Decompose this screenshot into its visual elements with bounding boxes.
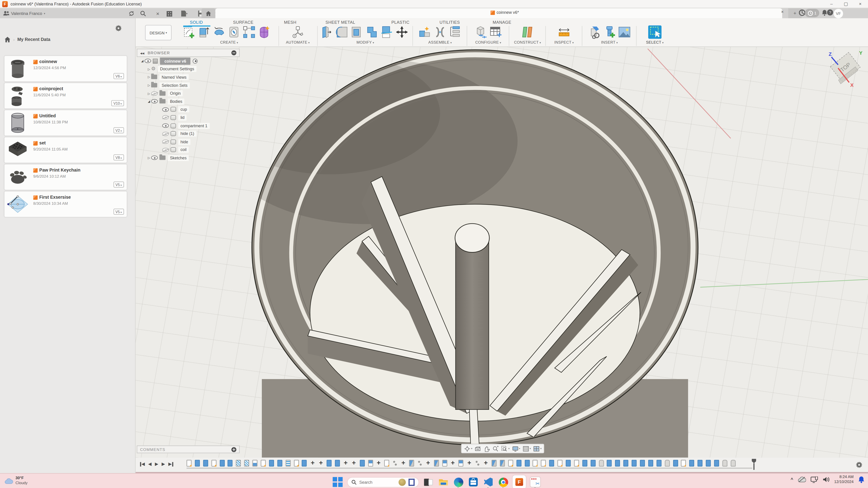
data-card-first-exsersise[interactable]: First Exsersise 8/30/2024 10:34 AM V5 — [4, 191, 127, 217]
tree-row-document-settings[interactable]: ⚙ Document Settings — [137, 65, 240, 73]
timeline-feature-extrude[interactable] — [582, 460, 587, 466]
design-menu-button[interactable]: DESIGN▾ — [145, 25, 172, 40]
timeline-feature-extrude[interactable] — [607, 460, 612, 466]
tray-chevron-up-icon[interactable]: ^ — [791, 477, 793, 482]
tree-row-root[interactable]: coinnew v6 — [137, 57, 240, 65]
clock-widget[interactable]: 8:24 AM 12/10/2024 — [834, 475, 854, 484]
expand-arrow-icon[interactable] — [140, 60, 145, 63]
home-icon[interactable] — [4, 37, 11, 43]
home-tab[interactable] — [202, 8, 215, 18]
timeline-feature-shell[interactable] — [459, 460, 464, 466]
timeline-feature-extrude[interactable] — [525, 460, 530, 466]
timeline-feature-link[interactable] — [475, 460, 480, 466]
visibility-eye-off-icon[interactable] — [162, 148, 169, 152]
fusion-taskbar-icon[interactable]: F — [513, 475, 526, 488]
timeline-feature-move[interactable] — [484, 460, 488, 466]
tab-surface[interactable]: SURFACE — [233, 20, 253, 25]
view-cube[interactable]: TOP Z X Y — [826, 48, 865, 88]
extensions-icon[interactable] — [799, 9, 805, 16]
new-document-icon[interactable]: ▾ — [180, 10, 188, 17]
timeline-feature-move[interactable] — [426, 460, 431, 466]
data-card-coinnew[interactable]: coinnew 12/3/2024 4:56 PM V6 — [4, 56, 127, 82]
timeline-feature-extrude[interactable] — [203, 460, 208, 466]
visibility-eye-icon[interactable] — [162, 107, 169, 112]
timeline-feature-extrude[interactable] — [302, 460, 307, 466]
job-status-badge[interactable]: 1 — [805, 9, 819, 17]
timeline-feature-extrude[interactable] — [632, 460, 637, 466]
visibility-eye-icon[interactable] — [162, 123, 169, 128]
visibility-eye-icon[interactable] — [145, 59, 151, 63]
add-comment-icon[interactable] — [231, 447, 236, 452]
onedrive-icon[interactable] — [798, 477, 806, 483]
joint-icon[interactable] — [433, 26, 447, 39]
version-dropdown[interactable]: V8 — [113, 154, 124, 161]
tree-row-compartment-1[interactable]: compartment 1 — [137, 122, 240, 130]
data-card-untitled[interactable]: Untitled 10/8/2024 11:38 PM V2 — [4, 110, 127, 136]
timeline-feature-extrude[interactable] — [516, 460, 521, 466]
volume-icon[interactable] — [823, 477, 830, 483]
notification-bell-icon[interactable] — [858, 476, 865, 483]
visibility-eye-icon[interactable] — [151, 156, 158, 160]
timeline-feature-extrude[interactable] — [714, 460, 719, 466]
collapsed-arrow-icon[interactable] — [147, 84, 151, 87]
viewport-canvas[interactable]: TOP Z X Y ◀◀ BROWSER coinnew v6 — [136, 47, 868, 458]
play-button[interactable]: ▶ — [155, 461, 158, 466]
select-tool-icon[interactable] — [648, 26, 661, 39]
timeline-feature-extrude[interactable] — [228, 460, 232, 466]
timeline-track[interactable] — [187, 468, 752, 469]
tab-close-icon[interactable]: × — [781, 9, 784, 14]
search-icon[interactable] — [139, 10, 147, 17]
version-dropdown[interactable]: V5 — [113, 182, 124, 188]
look-at-tool[interactable] — [474, 445, 481, 452]
timeline-feature-extrude[interactable] — [335, 460, 340, 466]
search-input[interactable]: Search — [347, 477, 419, 487]
zoom-tool[interactable] — [492, 445, 499, 452]
microsoft-store-icon[interactable] — [468, 477, 479, 488]
timeline-feature-move[interactable] — [401, 460, 406, 466]
timeline-feature-extrude[interactable] — [566, 460, 571, 466]
minimize-button[interactable]: – — [826, 0, 837, 8]
tree-row-sketches[interactable]: Sketches — [137, 154, 240, 162]
tab-mesh[interactable]: MESH — [284, 20, 297, 25]
timeline-feature-box[interactable] — [253, 460, 257, 466]
close-button[interactable]: × — [855, 0, 866, 8]
revolve-icon[interactable] — [213, 26, 226, 39]
timeline-feature-move[interactable] — [376, 460, 381, 466]
configuration-table-icon[interactable] — [489, 26, 502, 39]
timeline-feature-extrude[interactable] — [615, 460, 620, 466]
avatar[interactable]: VF — [834, 9, 843, 18]
timeline-feature-sketch[interactable] — [211, 460, 216, 466]
group-label-construct[interactable]: CONSTRUCT — [512, 40, 543, 44]
vscode-icon[interactable] — [483, 477, 494, 488]
timeline-feature-move[interactable] — [310, 460, 315, 466]
document-tab[interactable]: coinnew v6* — [215, 8, 782, 18]
expand-arrow-icon[interactable] — [147, 100, 151, 103]
insert-derive-icon[interactable] — [588, 26, 601, 39]
chrome-icon[interactable] — [498, 477, 509, 488]
timeline-feature-fillet[interactable] — [599, 460, 604, 466]
timeline-feature-pattern[interactable] — [236, 460, 241, 466]
visibility-eye-icon[interactable] — [151, 99, 158, 104]
zoom-window-tool[interactable]: ▾ — [501, 445, 509, 452]
sync-icon[interactable] — [127, 10, 135, 17]
start-button[interactable] — [332, 477, 343, 488]
tree-row-named-views[interactable]: Named Views — [137, 73, 240, 82]
browser-minimize-icon[interactable] — [231, 51, 236, 55]
display-device-icon[interactable] — [810, 476, 818, 483]
group-label-select[interactable]: SELECT — [640, 40, 671, 44]
timeline-feature-extrude[interactable] — [623, 460, 628, 466]
automate-icon[interactable] — [291, 26, 305, 39]
tree-row-hide[interactable]: hide — [137, 138, 240, 146]
collapse-panel-icon[interactable]: ◀◀ — [140, 51, 144, 55]
timeline-feature-extrude[interactable] — [656, 460, 661, 466]
activate-radio[interactable] — [193, 59, 198, 64]
step-back-button[interactable]: ◀ — [148, 461, 152, 466]
visibility-eye-off-icon[interactable] — [162, 132, 169, 136]
timeline-feature-shell[interactable] — [442, 460, 447, 466]
collapsed-arrow-icon[interactable] — [147, 67, 151, 71]
timeline-feature-extrude[interactable] — [689, 460, 694, 466]
step-forward-button[interactable]: ▶ — [162, 461, 165, 466]
timeline-feature-extrude[interactable] — [549, 460, 554, 466]
data-card-coinproject[interactable]: coinproject 11/6/2024 5:40 PM V10 — [4, 83, 127, 108]
timeline-feature-extrude[interactable] — [648, 460, 653, 466]
